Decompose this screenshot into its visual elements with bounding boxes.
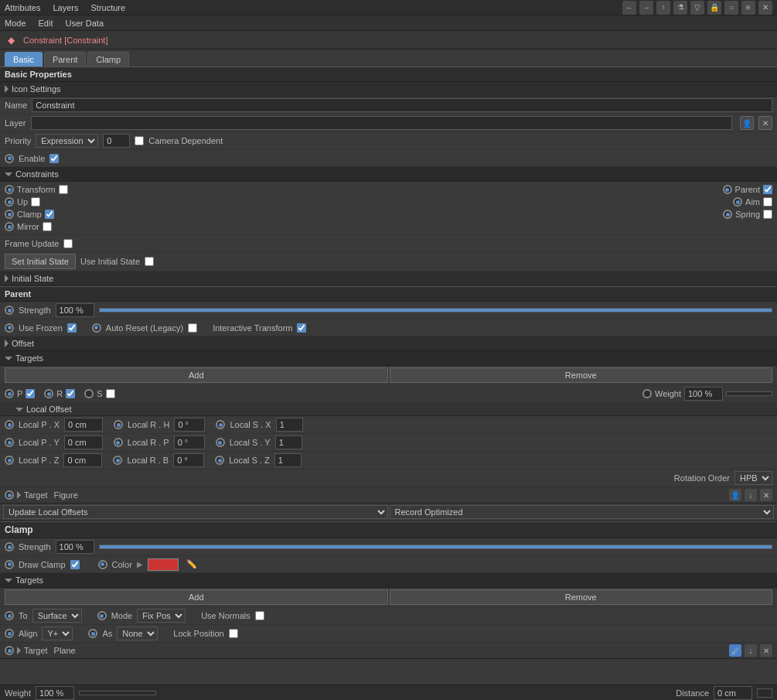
up-radio[interactable] — [5, 197, 14, 207]
lpz-input[interactable] — [63, 453, 102, 467]
lrp-radio[interactable] — [114, 438, 123, 447]
draw-clamp-radio[interactable] — [5, 560, 14, 569]
as-radio[interactable] — [88, 629, 97, 638]
eyedropper-icon[interactable]: ✏️ — [186, 559, 197, 569]
initial-state-collapse[interactable]: Initial State — [0, 271, 777, 286]
remove-btn[interactable]: Remove — [390, 367, 773, 383]
mirror-radio[interactable] — [5, 222, 14, 231]
layer-input[interactable] — [31, 116, 732, 130]
weight-dot[interactable] — [642, 389, 652, 398]
close-icon[interactable]: ✕ — [758, 1, 772, 15]
target-icon3[interactable]: ✕ — [760, 489, 772, 501]
tab-parent[interactable]: Parent — [44, 52, 86, 67]
as-select[interactable]: None — [117, 627, 158, 640]
frame-update-check[interactable] — [63, 239, 73, 248]
clamp-remove-btn[interactable]: Remove — [390, 589, 773, 605]
r-radio[interactable] — [44, 389, 53, 398]
update-local-offsets-select[interactable]: Update Local Offsets — [3, 505, 388, 519]
aim-radio[interactable] — [733, 197, 742, 207]
lsx-input[interactable] — [276, 418, 303, 432]
back-icon[interactable]: ← — [622, 1, 636, 15]
parent-radio[interactable] — [723, 185, 732, 194]
filter-icon[interactable]: ⚗ — [673, 1, 687, 15]
lock-icon[interactable]: 🔒 — [707, 1, 721, 15]
s-radio[interactable] — [84, 389, 94, 398]
lpz-radio[interactable] — [5, 456, 14, 465]
parent-strength-radio[interactable] — [5, 306, 14, 315]
bottom-weight-slider[interactable] — [79, 691, 156, 695]
weight-slider[interactable] — [726, 391, 772, 396]
clamp-add-btn[interactable]: Add — [5, 589, 388, 605]
p-radio[interactable] — [5, 389, 14, 398]
constraints-header[interactable]: Constraints — [0, 167, 777, 182]
clamp-target-icon3[interactable]: ✕ — [760, 644, 772, 657]
s-check[interactable] — [106, 389, 115, 398]
clamp-target-radio[interactable] — [5, 646, 14, 655]
clamp-strength-input[interactable] — [56, 540, 94, 554]
lrb-radio[interactable] — [113, 456, 122, 465]
enable-checkbox[interactable] — [49, 154, 59, 163]
menu-mode[interactable]: Mode — [5, 19, 26, 28]
align-radio[interactable] — [5, 629, 14, 638]
lpx-radio[interactable] — [5, 420, 14, 429]
lrh-radio[interactable] — [114, 420, 123, 429]
transform-check[interactable] — [59, 185, 68, 194]
menu-userdata[interactable]: User Data — [66, 19, 104, 28]
icon-settings-collapse[interactable]: Icon Settings — [0, 82, 777, 97]
tab-clamp[interactable]: Clamp — [87, 52, 129, 67]
clamp-targets-header[interactable]: Targets — [0, 573, 777, 588]
frozen-radio[interactable] — [5, 323, 14, 333]
aim-check[interactable] — [763, 197, 772, 207]
clamp-check[interactable] — [45, 210, 54, 219]
parent-strength-input[interactable] — [56, 303, 94, 317]
transform-radio[interactable] — [5, 185, 14, 194]
lsx-radio[interactable] — [216, 420, 225, 429]
lrp-input[interactable] — [174, 435, 205, 449]
lsy-radio[interactable] — [216, 438, 225, 447]
clamp-target-icon2[interactable]: ↓ — [745, 644, 757, 657]
layer-icon1[interactable]: 👤 — [740, 116, 754, 130]
color-radio[interactable] — [98, 560, 107, 569]
targets-collapse[interactable]: Targets — [0, 351, 777, 366]
lsy-input[interactable] — [275, 435, 302, 449]
tab-basic[interactable]: Basic — [5, 52, 43, 67]
mode-radio[interactable] — [97, 611, 107, 620]
bottom-distance-input[interactable] — [714, 686, 752, 700]
lock-position-check[interactable] — [229, 629, 238, 638]
target-icon1[interactable]: 👤 — [729, 489, 741, 501]
nav-tab-structure[interactable]: Structure — [91, 3, 126, 12]
align-select[interactable]: Y+ — [42, 627, 73, 640]
up-check[interactable] — [31, 197, 40, 207]
parent-strength-slider[interactable] — [99, 308, 772, 312]
r-check[interactable] — [66, 389, 75, 398]
parent-check[interactable] — [763, 185, 772, 194]
to-select[interactable]: Surface — [32, 609, 82, 623]
auto-reset-radio[interactable] — [92, 323, 101, 333]
funnel-icon[interactable]: ▽ — [690, 1, 704, 15]
mirror-check[interactable] — [43, 222, 52, 231]
offset-collapse[interactable]: Offset — [0, 336, 777, 351]
distance-slider-handle[interactable] — [757, 688, 772, 698]
menu-icon[interactable]: ≡ — [741, 1, 755, 15]
lsz-radio[interactable] — [215, 456, 224, 465]
local-offset-header[interactable]: Local Offset — [0, 403, 777, 416]
enable-radio[interactable] — [5, 154, 14, 163]
nav-tab-attributes[interactable]: Attributes — [5, 3, 40, 12]
record-icon[interactable]: ○ — [724, 1, 738, 15]
up-icon[interactable]: ↑ — [656, 1, 670, 15]
set-initial-state-btn[interactable]: Set Initial State — [5, 254, 76, 269]
forward-icon[interactable]: → — [639, 1, 653, 15]
target-icon2[interactable]: ↓ — [745, 489, 757, 501]
nav-tab-layers[interactable]: Layers — [53, 3, 78, 12]
use-initial-state-check[interactable] — [145, 257, 154, 266]
interactive-transform-check[interactable] — [297, 323, 306, 333]
menu-edit[interactable]: Edit — [39, 19, 53, 28]
use-normals-check[interactable] — [255, 611, 264, 620]
clamp-target-icon1[interactable]: 🖊 — [729, 644, 741, 657]
clamp-strength-slider[interactable] — [99, 545, 772, 549]
auto-reset-check[interactable] — [188, 323, 197, 333]
layer-icon2[interactable]: ✕ — [758, 116, 772, 130]
lpx-input[interactable] — [64, 418, 103, 432]
draw-clamp-check[interactable] — [70, 560, 80, 569]
clamp-radio[interactable] — [5, 210, 14, 219]
